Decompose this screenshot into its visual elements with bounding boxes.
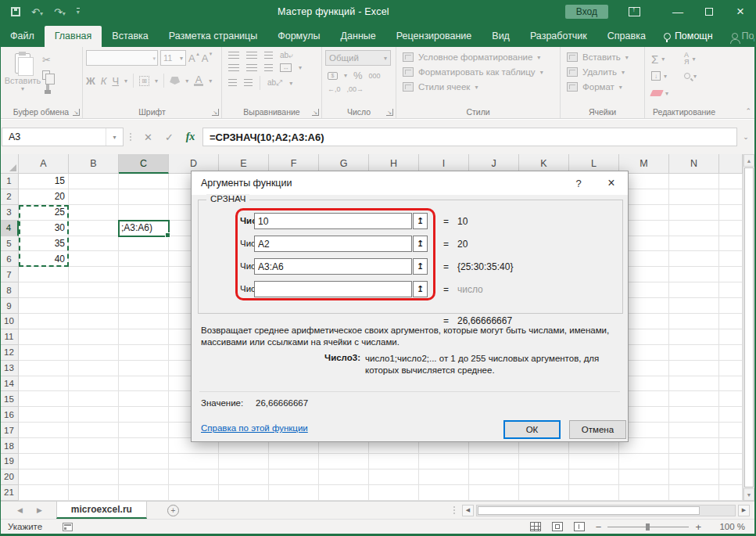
cell-C2[interactable] (119, 189, 169, 205)
cell-H21[interactable] (369, 485, 419, 501)
vertical-scroll-thumb[interactable] (744, 167, 754, 487)
minimize-button[interactable]: — (662, 0, 693, 23)
number-format-dropdown[interactable]: Общий▾ (325, 50, 391, 66)
confirm-entry-icon[interactable]: ✓ (159, 128, 180, 146)
cell-N2[interactable] (669, 189, 719, 205)
cell-A17[interactable] (19, 423, 69, 438)
cell-partial[interactable] (719, 298, 743, 314)
cell-B16[interactable] (69, 407, 119, 423)
ribbon-tab-главная[interactable]: Главная (45, 26, 102, 47)
cell-J19[interactable] (469, 454, 519, 469)
cell-partial[interactable] (719, 454, 743, 469)
vertical-scrollbar[interactable]: ▲ ▼ (743, 154, 754, 501)
cell-N14[interactable] (669, 376, 719, 392)
row-header-5[interactable]: 5 (0, 236, 19, 252)
fill-color-icon[interactable] (170, 77, 180, 85)
ribbon-tab-вид[interactable]: Вид (482, 26, 520, 47)
ribbon-tab-файл[interactable]: Файл (0, 26, 45, 47)
cell-I20[interactable] (419, 469, 469, 485)
cell-L20[interactable] (569, 469, 619, 485)
cell-C20[interactable] (119, 469, 169, 485)
ribbon-tab-рецензирование[interactable]: Рецензирование (386, 26, 482, 47)
fill-down-icon[interactable]: ↓ (651, 71, 661, 81)
cell-C18[interactable] (119, 438, 169, 454)
field-input-number1[interactable] (254, 213, 412, 229)
cell-A18[interactable] (19, 438, 69, 454)
close-button[interactable]: × (725, 0, 756, 23)
row-header-19[interactable]: 19 (0, 454, 19, 469)
collapse-dialog-icon-3[interactable]: ↥ (413, 258, 428, 275)
field-input-number4[interactable] (254, 281, 412, 297)
comma-style-icon[interactable]: 000 (369, 72, 381, 80)
cancel-entry-icon[interactable]: ✕ (138, 128, 159, 146)
align-left-icon[interactable] (228, 64, 239, 72)
name-box-input[interactable] (2, 131, 106, 142)
cell-partial[interactable] (719, 205, 743, 221)
dialog-close-icon[interactable]: × (595, 171, 628, 195)
horizontal-scrollbar[interactable]: ◀ ▶ (453, 502, 754, 519)
cell-A9[interactable] (19, 298, 69, 314)
cell-partial[interactable] (719, 189, 743, 205)
field-input-number3[interactable] (254, 258, 412, 275)
cell-B3[interactable] (69, 205, 119, 221)
cell-A6[interactable]: 40 (19, 251, 69, 267)
cell-B12[interactable] (69, 345, 119, 361)
collapse-dialog-icon-4[interactable]: ↥ (413, 281, 428, 297)
cell-B2[interactable] (69, 189, 119, 205)
formula-input[interactable] (202, 128, 737, 146)
cell-A20[interactable] (19, 469, 69, 485)
wrap-text-icon[interactable]: ab⤶ (280, 52, 293, 59)
cell-C19[interactable] (119, 454, 169, 469)
cell-N3[interactable] (669, 205, 719, 221)
underline-button[interactable]: Ч (112, 75, 119, 87)
cell-C21[interactable] (119, 485, 169, 501)
cell-D20[interactable] (169, 469, 219, 485)
cell-D21[interactable] (169, 485, 219, 501)
cell-partial[interactable] (719, 221, 743, 236)
cell-F21[interactable] (269, 485, 319, 501)
column-header-C[interactable]: C (119, 154, 169, 174)
dialog-help-icon[interactable]: ? (562, 171, 595, 195)
tell-me-assistant[interactable]: Помощн (656, 26, 721, 47)
cell-L21[interactable] (569, 485, 619, 501)
decrease-indent-icon[interactable] (228, 79, 237, 87)
cell-B11[interactable] (69, 329, 119, 345)
decrease-decimal-icon[interactable]: ,00→ (347, 85, 364, 93)
cell-A7[interactable] (19, 267, 69, 282)
ribbon-tab-справка[interactable]: Справка (597, 26, 656, 47)
zoom-out-icon[interactable]: − (596, 521, 602, 533)
cell-M21[interactable] (619, 485, 669, 501)
ribbon-item[interactable]: Вставить▾ (567, 52, 641, 62)
cell-A12[interactable] (19, 345, 69, 361)
cell-C16[interactable] (119, 407, 169, 423)
cell-C8[interactable] (119, 282, 169, 298)
row-header-18[interactable]: 18 (0, 438, 19, 454)
cell-C10[interactable] (119, 314, 169, 329)
cell-partial[interactable] (719, 267, 743, 282)
cell-N8[interactable] (669, 282, 719, 298)
ribbon-item[interactable]: Условное форматирование▾ (403, 52, 557, 62)
ribbon-display-options-icon[interactable] (629, 7, 640, 16)
cell-partial[interactable] (719, 314, 743, 329)
cell-N7[interactable] (669, 267, 719, 282)
cell-B9[interactable] (69, 298, 119, 314)
cell-J20[interactable] (469, 469, 519, 485)
row-header-8[interactable]: 8 (0, 282, 19, 298)
cell-D19[interactable] (169, 454, 219, 469)
ribbon-tab-данные[interactable]: Данные (331, 26, 386, 47)
scroll-up-icon[interactable]: ▲ (743, 154, 754, 167)
row-header-20[interactable]: 20 (0, 469, 19, 485)
ok-button[interactable]: ОК (503, 420, 561, 439)
row-header-7[interactable]: 7 (0, 267, 19, 282)
ribbon-tab-разработчик[interactable]: Разработчик (520, 26, 597, 47)
formula-bar-drag-handle[interactable] (125, 133, 136, 141)
ribbon-tab-вставка[interactable]: Вставка (102, 26, 158, 47)
orientation-icon[interactable]: ab⤢ (267, 79, 282, 87)
row-header-15[interactable]: 15 (0, 391, 19, 407)
format-painter-icon[interactable] (42, 85, 52, 95)
cell-N21[interactable] (669, 485, 719, 501)
merge-center-icon[interactable]: ↔ (280, 63, 292, 72)
page-break-view-icon[interactable] (574, 522, 585, 531)
cell-partial[interactable] (719, 438, 743, 454)
cell-A21[interactable] (19, 485, 69, 501)
